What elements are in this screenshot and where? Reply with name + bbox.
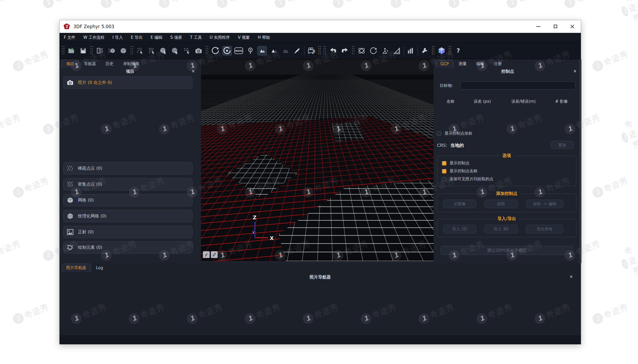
toolbar-gripper[interactable]: [318, 46, 321, 55]
cube-button[interactable]: [119, 46, 128, 55]
project-item-ortho[interactable]: 正射 (0): [63, 226, 192, 238]
toolbar-gripper[interactable]: [62, 46, 65, 55]
show-coords-checkbox[interactable]: [437, 131, 441, 136]
menu-utilities[interactable]: U 实用程序: [210, 35, 230, 40]
dense-points-button[interactable]: [147, 46, 157, 55]
pick-edit-button[interactable]: 拾取 -> 编辑: [526, 200, 563, 208]
menu-tools[interactable]: T 工具: [190, 35, 202, 40]
report-icon: [96, 47, 104, 54]
tab-record-video[interactable]: 录制视频: [119, 60, 143, 68]
wasd-icon: WASD: [234, 47, 243, 55]
orbit-gizmo-button[interactable]: [357, 46, 366, 55]
pick-button[interactable]: 拾取: [485, 200, 518, 208]
viewport-3d[interactable]: Z X y: [201, 59, 434, 261]
camera-button[interactable]: [194, 46, 203, 55]
settings-button[interactable]: [420, 46, 430, 55]
close-button[interactable]: [564, 20, 581, 33]
show-control-point-names-checkbox[interactable]: [442, 169, 446, 173]
export-all-button[interactable]: 导出所有: [526, 225, 563, 233]
pen-alt-tool-button[interactable]: [211, 251, 218, 258]
import-3d-button[interactable]: 导入 3D: [485, 225, 518, 233]
tab-edit[interactable]: 编辑: [472, 60, 488, 68]
show-coords-checkbox-row[interactable]: 显示控制点坐标: [437, 131, 472, 136]
masquerade-button[interactable]: [437, 46, 446, 55]
watermark-badge-icon: 1: [620, 258, 629, 270]
menu-scene[interactable]: S 场景: [170, 35, 182, 40]
show-control-points-checkbox[interactable]: [442, 161, 446, 165]
measure-button[interactable]: [392, 46, 401, 55]
render-wire-button[interactable]: △△: [281, 46, 290, 55]
minimize-icon: [536, 26, 540, 27]
textured-mesh-edit-button[interactable]: [170, 46, 180, 55]
drawing-elements-icon: [67, 244, 74, 251]
from-image-button[interactable]: 从图像: [443, 200, 476, 208]
photo-navigator-close-icon[interactable]: ×: [569, 274, 573, 279]
add-visible-photos-checkbox-row[interactable]: 添加可见照片到拾取的点: [442, 177, 493, 182]
minimize-button[interactable]: [530, 20, 547, 33]
toolbar: WASD ▲▲ ▲△ △△: [60, 42, 581, 59]
tab-measure[interactable]: 测量: [454, 60, 471, 68]
sparse-points-button[interactable]: [135, 46, 145, 55]
show-cp-checkbox-row[interactable]: 显示控制点: [442, 161, 469, 166]
align-model-3d-constraints-button[interactable]: 通过3D约束对齐模型: [440, 246, 573, 255]
tab-gcp[interactable]: GCP: [436, 60, 453, 68]
menu-import[interactable]: I 导入: [112, 35, 123, 40]
toolbar-gripper[interactable]: [448, 46, 451, 55]
menu-help[interactable]: H 帮助: [258, 35, 270, 40]
menu-export[interactable]: E 导出: [131, 35, 142, 40]
wasd-mode-button[interactable]: WASD: [234, 46, 244, 55]
rotate-view-button[interactable]: [368, 46, 378, 55]
point-cloud-cube-button[interactable]: [107, 46, 116, 55]
tab-log[interactable]: Log: [92, 264, 107, 272]
report-button[interactable]: [95, 46, 105, 55]
target-input[interactable]: [460, 82, 575, 89]
add-visible-photos-checkbox[interactable]: [442, 177, 446, 181]
paint-button[interactable]: [292, 46, 302, 55]
redo-button[interactable]: [340, 46, 350, 55]
tab-history[interactable]: 历史: [101, 60, 118, 68]
project-item-drawing-elements[interactable]: 绘制元素 (0): [63, 241, 192, 254]
save-button[interactable]: [78, 46, 88, 55]
project-item-photos[interactable]: 照片 (0 在之外 0): [63, 76, 192, 89]
menu-edit[interactable]: E 编辑: [150, 35, 162, 40]
import-2d-button[interactable]: 导入 2D: [443, 225, 476, 233]
points-edit-button[interactable]: [182, 46, 192, 55]
open-project-button[interactable]: [67, 46, 76, 55]
menu-file[interactable]: F 文件: [64, 35, 75, 40]
render-half-button[interactable]: ▲△: [269, 46, 279, 55]
toolbar-gripper[interactable]: [323, 46, 326, 55]
orbit-arrow-button[interactable]: [211, 46, 220, 55]
menu-view[interactable]: V 视窗: [238, 35, 250, 40]
tab-register[interactable]: 注册: [489, 60, 506, 68]
rotate-object-button[interactable]: [380, 46, 390, 55]
record-video-button[interactable]: [307, 46, 316, 55]
toolbar-gripper[interactable]: [432, 46, 435, 55]
crs-change-button[interactable]: 更改: [551, 141, 574, 149]
gcp-panel-scrollbar[interactable]: [580, 59, 581, 263]
project-panel-close-icon[interactable]: ×: [191, 69, 195, 74]
light-button[interactable]: [246, 46, 255, 55]
toolbar-gripper[interactable]: [130, 46, 133, 55]
menu-workflow[interactable]: W 工作流程: [83, 35, 104, 40]
project-item-dense-cloud[interactable]: 密集点云 (0): [63, 178, 192, 190]
tab-project[interactable]: 项目: [62, 60, 79, 68]
gcp-panel-close-icon[interactable]: ×: [573, 69, 577, 74]
statistics-button[interactable]: [406, 46, 415, 55]
toolbar-gripper[interactable]: [90, 46, 93, 55]
project-item-sparse-cloud[interactable]: 稀疏点云 (0): [63, 162, 192, 174]
tab-photo-navigator[interactable]: 照片导航器: [62, 264, 91, 272]
tab-navigator[interactable]: 导航器: [80, 60, 100, 68]
orbit-center-button[interactable]: [222, 46, 232, 55]
project-item-textured-mesh[interactable]: 纹理化网格 (0): [63, 210, 192, 222]
help-button[interactable]: ?: [454, 46, 463, 55]
mesh-edit-button[interactable]: [159, 46, 168, 55]
project-item-mesh[interactable]: 网格 (0): [63, 194, 192, 206]
toolbar-gripper[interactable]: [205, 46, 208, 55]
maximize-button[interactable]: [547, 20, 564, 33]
toolbar-gripper[interactable]: [352, 46, 355, 55]
pen-tool-button[interactable]: [203, 251, 210, 258]
render-solid-button[interactable]: ▲▲: [257, 46, 267, 55]
toolbar-separator: [304, 46, 304, 55]
undo-button[interactable]: [328, 46, 338, 55]
show-cp-names-checkbox-row[interactable]: 显示控制点名称: [442, 169, 477, 174]
